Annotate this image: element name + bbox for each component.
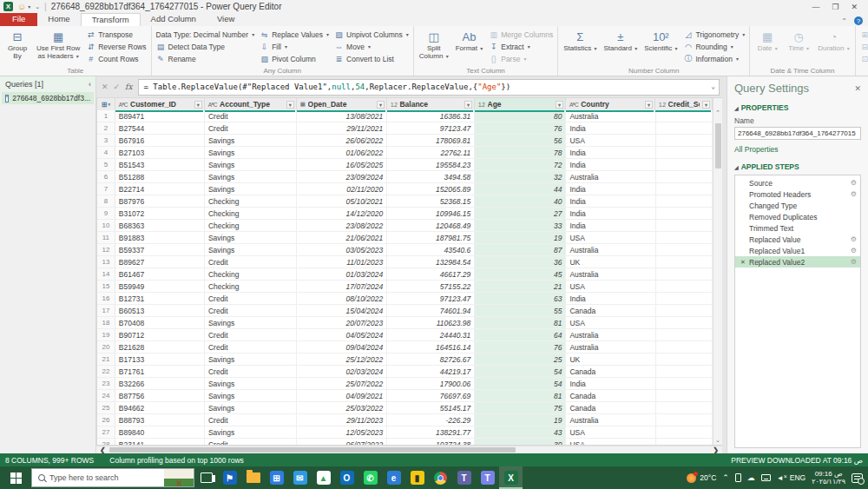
move-button[interactable]: ⇔Move▾ bbox=[332, 41, 411, 52]
cell[interactable]: Canada bbox=[566, 390, 655, 401]
cell[interactable] bbox=[656, 366, 713, 377]
cell[interactable]: 44219.17 bbox=[387, 366, 475, 377]
cell[interactable]: 152065.89 bbox=[387, 183, 475, 195]
cell[interactable] bbox=[656, 183, 713, 195]
cell[interactable]: 56 bbox=[475, 135, 566, 146]
cell[interactable]: 17900.06 bbox=[387, 378, 475, 389]
tab-add-column[interactable]: Add Column bbox=[141, 13, 207, 26]
cell[interactable]: USA bbox=[566, 439, 655, 445]
cell[interactable] bbox=[656, 354, 713, 365]
taskbar-search-input[interactable]: Type here to search bbox=[31, 468, 194, 487]
cell[interactable]: USA bbox=[566, 317, 655, 328]
cell[interactable] bbox=[656, 293, 713, 304]
scientific-button[interactable]: 10²Scientific ▾ bbox=[641, 28, 680, 67]
cell[interactable]: B59949 bbox=[115, 281, 205, 292]
column-header-balance[interactable]: 1.2Balance▾ bbox=[387, 98, 475, 110]
cell[interactable]: 195584.23 bbox=[387, 159, 475, 170]
speaker-muted-icon[interactable]: ◄ bbox=[777, 474, 784, 482]
cell[interactable]: B87976 bbox=[115, 195, 205, 207]
cell[interactable] bbox=[656, 378, 713, 389]
teams-icon[interactable]: T bbox=[452, 466, 476, 489]
cell[interactable]: Checking bbox=[205, 281, 297, 292]
count-rows-button[interactable]: #Count Rows bbox=[84, 53, 148, 64]
cell[interactable] bbox=[656, 232, 713, 243]
cell[interactable]: 30 bbox=[475, 439, 566, 445]
column-header-age[interactable]: 1.2Age▾ bbox=[475, 98, 566, 110]
cell[interactable]: 46617.29 bbox=[387, 268, 475, 280]
cell[interactable]: 54 bbox=[475, 366, 566, 377]
weather-widget[interactable]: 20°C bbox=[687, 473, 716, 483]
filter-dropdown-icon[interactable]: ▾ bbox=[702, 101, 710, 109]
cell[interactable]: Australia bbox=[566, 268, 655, 280]
step-settings-gear-icon[interactable]: ⚙ bbox=[851, 247, 857, 254]
vertical-scrollbar[interactable]: ⌃ ⌄ bbox=[713, 98, 722, 445]
search-highlight-image[interactable] bbox=[164, 469, 194, 486]
chrome-icon[interactable] bbox=[429, 466, 452, 489]
cell[interactable]: 21/06/2021 bbox=[297, 232, 387, 243]
store-icon[interactable]: ⊞ bbox=[265, 466, 288, 489]
applied-step-removed-duplicates[interactable]: Removed Duplicates bbox=[735, 211, 860, 222]
cell[interactable]: 55 bbox=[475, 305, 566, 316]
cell[interactable]: 23/08/2022 bbox=[297, 220, 387, 231]
cell[interactable]: Australia bbox=[566, 244, 655, 255]
step-settings-gear-icon[interactable]: ⚙ bbox=[851, 179, 857, 187]
query-list-item[interactable]: 276648_6928bb17df3... bbox=[2, 92, 94, 104]
cell[interactable]: 76 bbox=[475, 122, 566, 134]
pivot-column-button[interactable]: ▧Pivot Column bbox=[258, 53, 331, 64]
cell[interactable]: 32 bbox=[475, 171, 566, 182]
convert-to-list-button[interactable]: ≣Convert to List bbox=[332, 53, 411, 64]
table-menu-icon[interactable]: ⊞▾ bbox=[97, 98, 115, 110]
cell[interactable]: Credit bbox=[205, 122, 297, 134]
cell[interactable]: Savings bbox=[205, 390, 297, 401]
cell[interactable]: 55145.17 bbox=[387, 402, 475, 413]
cell[interactable]: 97123.47 bbox=[387, 122, 475, 134]
cell[interactable]: 36 bbox=[475, 256, 566, 268]
cell[interactable]: B22714 bbox=[115, 183, 205, 195]
cell[interactable]: 138291.77 bbox=[387, 426, 475, 438]
cell[interactable]: 09/04/2024 bbox=[297, 341, 387, 353]
cell[interactable]: 187981.75 bbox=[387, 232, 475, 243]
cell[interactable] bbox=[656, 402, 713, 413]
column-header-country[interactable]: AᴮCCountry▾ bbox=[566, 98, 655, 110]
cell[interactable] bbox=[656, 147, 713, 158]
cell[interactable]: Savings bbox=[205, 378, 297, 389]
cell[interactable]: 87 bbox=[475, 244, 566, 255]
cell[interactable]: Checking bbox=[205, 268, 297, 280]
cell[interactable]: 06/07/2022 bbox=[297, 439, 387, 445]
unpivot-columns-button[interactable]: ▨Unpivot Columns▾ bbox=[332, 29, 411, 40]
cell[interactable]: USA bbox=[566, 135, 655, 146]
cell[interactable]: Credit bbox=[205, 305, 297, 316]
use-first-row-as-headers-button[interactable]: ▦Use First Rowas Headers ▾ bbox=[34, 28, 82, 67]
cell[interactable]: 20/07/2023 bbox=[297, 317, 387, 328]
cell[interactable]: Australia bbox=[566, 341, 655, 353]
tray-chevron-up-icon[interactable]: ⌃ bbox=[722, 473, 729, 482]
cell[interactable]: Credit bbox=[205, 414, 297, 426]
cell[interactable]: 120468.49 bbox=[387, 220, 475, 231]
start-button[interactable] bbox=[0, 466, 31, 489]
cell[interactable] bbox=[656, 244, 713, 255]
cell[interactable]: B21628 bbox=[115, 341, 205, 353]
formula-input[interactable]: = Table.ReplaceValue(#"Replaced Value1",… bbox=[138, 79, 720, 96]
cell[interactable]: B71761 bbox=[115, 366, 205, 377]
cell[interactable]: 21 bbox=[475, 281, 566, 292]
cell[interactable]: 44 bbox=[475, 183, 566, 195]
smiley-dropdown-icon[interactable]: ▾ bbox=[28, 3, 30, 10]
cell[interactable] bbox=[656, 220, 713, 231]
cell[interactable]: 22762.11 bbox=[387, 147, 475, 158]
column-header-customer-id[interactable]: AᴮCCustomer_ID▾ bbox=[115, 98, 205, 110]
rounding-button[interactable]: ◠Rounding▾ bbox=[681, 41, 746, 52]
cell[interactable]: Credit bbox=[205, 366, 297, 377]
filter-dropdown-icon[interactable]: ▾ bbox=[286, 101, 294, 109]
step-settings-gear-icon[interactable]: ⚙ bbox=[851, 190, 857, 198]
language-indicator[interactable]: ENG bbox=[790, 473, 806, 482]
step-settings-gear-icon[interactable]: ⚙ bbox=[851, 258, 857, 266]
cell[interactable]: 02/11/2020 bbox=[297, 183, 387, 195]
tab-home[interactable]: Home bbox=[37, 13, 80, 26]
cell[interactable]: 45 bbox=[475, 268, 566, 280]
cell[interactable]: 02/03/2024 bbox=[297, 366, 387, 377]
outlook-icon[interactable]: O bbox=[335, 466, 358, 489]
mail-icon[interactable]: ✉ bbox=[288, 466, 312, 489]
cell[interactable] bbox=[656, 159, 713, 170]
cell[interactable]: India bbox=[566, 293, 655, 304]
feedback-smiley-icon[interactable]: ☺ bbox=[17, 2, 26, 11]
